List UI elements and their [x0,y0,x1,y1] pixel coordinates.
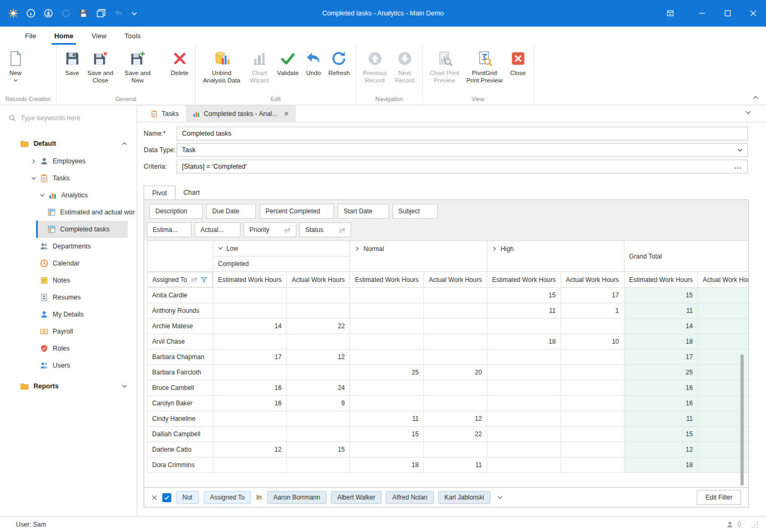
chevron-down-icon[interactable] [122,385,127,388]
info-circle-icon[interactable] [26,9,36,18]
undo-icon[interactable] [114,9,123,18]
sidebar-item-payroll[interactable]: Payroll [0,323,137,340]
ribbon-tab-home[interactable]: Home [45,27,82,45]
maximize-button[interactable] [715,0,740,27]
criteria-input[interactable]: [Status] = 'Completed' ... [177,160,748,173]
filter-field-due-date[interactable]: Due Date [206,204,256,219]
filter-token-assigned-to[interactable]: Assigned To [204,491,251,504]
chevron-down-icon[interactable] [30,177,37,180]
filter-value-aaron-borrmann[interactable]: Aaron Borrmann [267,491,327,504]
ribbon-button-delete[interactable]: Delete [168,48,192,78]
measure-header-actual-work-hours[interactable]: Actual Work Hours [561,272,624,288]
document-tab-tasks[interactable]: Tasks [144,105,186,122]
sidebar-item-resumes[interactable]: Resumes [0,289,137,306]
filter-token-not[interactable]: Not [176,491,199,504]
data-type-select[interactable]: Task [177,143,748,157]
tabstrip-dropdown-icon[interactable] [745,111,751,114]
view-tab-chart[interactable]: Chart [176,186,208,200]
sidebar-item-label: Departments [53,243,91,250]
edit-filter-button[interactable]: Edit Filter [697,490,741,505]
column-subgroup-completed[interactable]: Completed [213,256,350,272]
sidebar-item-roles[interactable]: Roles [0,340,137,357]
ribbon-tab-file[interactable]: File [16,27,45,45]
filter-funnel-icon[interactable] [201,276,207,283]
ribbon-button-pivotgrid-print-preview[interactable]: PivotGrid Print Preview [463,48,506,85]
scrollbar-thumb[interactable] [740,354,744,486]
chevron-down-icon[interactable] [218,246,223,251]
filter-field-percent-completed[interactable]: Percent Completed [260,204,334,219]
ribbon-button-save-and-close[interactable]: Save and Close [85,48,116,85]
column-group-high[interactable]: High [487,241,624,272]
pivot-cell: 15 [624,288,698,303]
data-field-estima[interactable]: Estima... [147,222,192,237]
sidebar-item-employees[interactable]: Employees [0,153,137,170]
sidebar-group-default[interactable]: Default [0,135,137,153]
ribbon-button-close[interactable]: Close [506,48,530,78]
sidebar-item-estimated-and-actual-wor[interactable]: Estimated and actual wor [0,204,137,221]
filter-value-alfred-nolan[interactable]: Alfred Nolan [386,491,434,504]
chevron-down-icon[interactable] [38,194,46,197]
ribbon-button-unbind-analysis-data[interactable]: Unbind Analysis Data [199,48,245,85]
ribbon-tab-view[interactable]: View [82,27,115,45]
minimize-button[interactable] [689,0,715,27]
sidebar-item-completed-tasks[interactable]: Completed tasks [0,221,137,238]
data-field-priority[interactable]: Priority [244,222,296,237]
refresh-icon[interactable] [61,9,71,18]
column-group-low[interactable]: Low [213,241,350,256]
ribbon-button-undo[interactable]: Undo [301,48,326,78]
row-field-assigned-to[interactable]: Assigned To [147,272,213,287]
sidebar-item-my-details[interactable]: My Details [0,306,137,323]
sidebar-item-users[interactable]: Users [0,357,137,374]
view-tab-pivot[interactable]: Pivot [144,186,176,200]
column-group-normal[interactable]: Normal [350,241,487,272]
measure-header-estimated-work-hours[interactable]: Estimated Work Hours [213,272,287,288]
data-field-actual[interactable]: Actual... [195,222,240,237]
sidebar-group-reports[interactable]: Reports [0,377,137,395]
chevron-right-icon[interactable] [492,246,497,251]
ribbon-button-save[interactable]: Save [60,48,85,78]
new-window-icon[interactable] [96,9,106,18]
resize-grip[interactable] [751,521,759,528]
chevron-up-icon[interactable] [122,142,127,145]
criteria-browse-button[interactable]: ... [734,163,743,170]
filter-close-icon[interactable] [152,495,157,501]
chevron-right-icon[interactable] [30,159,37,164]
data-field-status[interactable]: Status [299,222,351,237]
measure-header-estimated-work-hours[interactable]: Estimated Work Hours [624,272,698,288]
chevron-right-icon[interactable] [355,246,360,251]
close-tab-icon[interactable] [281,111,289,116]
filter-field-start-date[interactable]: Start Date [338,204,389,219]
filter-field-description[interactable]: Description [149,204,203,219]
measure-header-estimated-work-hours[interactable]: Estimated Work Hours [350,272,424,288]
document-tab-completed-tasks-anal[interactable]: Completed tasks - Anal... [186,105,296,122]
filter-field-subject[interactable]: Subject [393,204,438,219]
app-logo-icon[interactable] [9,9,18,18]
measure-header-actual-work-hours[interactable]: Actual Work Hours [424,272,487,288]
sidebar-item-notes[interactable]: Notes [0,272,137,289]
collapse-ribbon-icon[interactable] [753,96,759,99]
filter-values-dropdown-icon[interactable] [495,496,505,499]
ribbon-button-validate[interactable]: Validate [274,48,302,78]
measure-header-actual-work-hours[interactable]: Actual Work Hours [287,272,350,288]
save-icon[interactable] [79,9,88,18]
download-circle-icon[interactable] [44,9,53,18]
close-button[interactable] [740,0,766,27]
ribbon-button-new[interactable]: New [3,48,28,83]
sidebar-item-calendar[interactable]: Calendar [0,255,137,272]
filter-value-karl-jablonski[interactable]: Karl Jablonski [438,491,491,504]
ribbon-tab-tools[interactable]: Tools [115,27,149,45]
vertical-scrollbar[interactable] [740,242,744,486]
ribbon-button-refresh[interactable]: Refresh [326,48,352,78]
filter-enabled-checkbox[interactable] [162,493,171,502]
sidebar-item-analytics[interactable]: Analytics [0,187,137,204]
ribbon-display-options-button[interactable] [660,0,681,27]
sidebar-item-departments[interactable]: Departments [0,238,137,255]
button-label: Chart Wizard [247,69,272,84]
ribbon-button-save-and-new[interactable]: Save and New [116,48,159,85]
filter-value-albert-walker[interactable]: Albert Walker [331,491,382,504]
measure-header-estimated-work-hours[interactable]: Estimated Work Hours [487,272,561,288]
qat-dropdown-icon[interactable] [131,11,137,16]
name-input[interactable] [177,127,748,140]
search-input[interactable] [21,114,128,122]
sidebar-item-tasks[interactable]: Tasks [0,170,137,187]
